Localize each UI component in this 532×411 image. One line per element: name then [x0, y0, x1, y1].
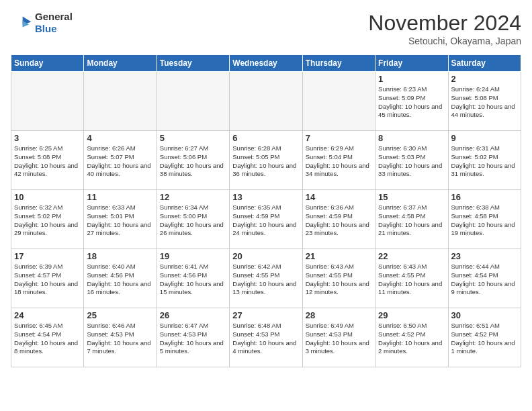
- day-number: 25: [87, 310, 153, 320]
- title-section: November 2024 Setouchi, Okayama, Japan: [368, 11, 521, 46]
- day-info: Sunrise: 6:40 AMSunset: 4:56 PMDaylight:…: [87, 263, 153, 297]
- day-cell: 3Sunrise: 6:25 AMSunset: 5:08 PMDaylight…: [11, 131, 84, 190]
- calendar-table: SundayMondayTuesdayWednesdayThursdayFrid…: [11, 54, 521, 367]
- day-info: Sunrise: 6:35 AMSunset: 4:59 PMDaylight:…: [232, 203, 299, 238]
- weekday-header-wednesday: Wednesday: [230, 55, 302, 72]
- week-row-4: 17Sunrise: 6:39 AMSunset: 4:57 PMDayligh…: [11, 249, 521, 308]
- logo-icon: [11, 12, 32, 34]
- day-cell: 8Sunrise: 6:30 AMSunset: 5:03 PMDaylight…: [375, 131, 448, 190]
- day-info: Sunrise: 6:23 AMSunset: 5:09 PMDaylight:…: [378, 85, 445, 120]
- day-cell: 20Sunrise: 6:42 AMSunset: 4:55 PMDayligh…: [230, 249, 302, 308]
- day-info: Sunrise: 6:45 AMSunset: 4:54 PMDaylight:…: [14, 322, 81, 356]
- day-number: 10: [14, 192, 81, 202]
- day-number: 22: [378, 251, 445, 261]
- day-info: Sunrise: 6:27 AMSunset: 5:06 PMDaylight:…: [160, 144, 226, 179]
- day-cell: 28Sunrise: 6:49 AMSunset: 4:53 PMDayligh…: [302, 308, 375, 367]
- day-cell: 15Sunrise: 6:37 AMSunset: 4:58 PMDayligh…: [375, 190, 448, 249]
- day-info: Sunrise: 6:34 AMSunset: 5:00 PMDaylight:…: [160, 203, 226, 238]
- day-info: Sunrise: 6:36 AMSunset: 4:59 PMDaylight:…: [306, 203, 372, 238]
- week-row-2: 3Sunrise: 6:25 AMSunset: 5:08 PMDaylight…: [11, 131, 521, 190]
- day-cell: 4Sunrise: 6:26 AMSunset: 5:07 PMDaylight…: [84, 131, 157, 190]
- day-number: 18: [87, 251, 153, 261]
- day-number: 13: [232, 192, 299, 202]
- day-number: 11: [87, 192, 153, 202]
- day-number: 28: [306, 310, 372, 320]
- day-cell: 6Sunrise: 6:28 AMSunset: 5:05 PMDaylight…: [230, 131, 302, 190]
- day-cell: 1Sunrise: 6:23 AMSunset: 5:09 PMDaylight…: [375, 72, 448, 131]
- week-row-5: 24Sunrise: 6:45 AMSunset: 4:54 PMDayligh…: [11, 308, 521, 367]
- day-info: Sunrise: 6:46 AMSunset: 4:53 PMDaylight:…: [87, 322, 153, 356]
- day-info: Sunrise: 6:42 AMSunset: 4:55 PMDaylight:…: [232, 263, 299, 297]
- day-info: Sunrise: 6:39 AMSunset: 4:57 PMDaylight:…: [14, 263, 81, 297]
- logo-text: General Blue: [35, 11, 73, 35]
- day-cell: 29Sunrise: 6:50 AMSunset: 4:52 PMDayligh…: [375, 308, 448, 367]
- day-cell: 11Sunrise: 6:33 AMSunset: 5:01 PMDayligh…: [84, 190, 157, 249]
- day-number: 7: [306, 133, 372, 143]
- day-info: Sunrise: 6:29 AMSunset: 5:04 PMDaylight:…: [306, 144, 372, 179]
- day-info: Sunrise: 6:31 AMSunset: 5:02 PMDaylight:…: [451, 144, 518, 179]
- page-header: General Blue November 2024 Setouchi, Oka…: [11, 11, 521, 46]
- day-cell: 13Sunrise: 6:35 AMSunset: 4:59 PMDayligh…: [230, 190, 302, 249]
- weekday-header-tuesday: Tuesday: [157, 55, 229, 72]
- day-info: Sunrise: 6:24 AMSunset: 5:08 PMDaylight:…: [451, 85, 518, 120]
- day-number: 4: [87, 133, 153, 143]
- day-number: 16: [451, 192, 518, 202]
- day-info: Sunrise: 6:47 AMSunset: 4:53 PMDaylight:…: [160, 322, 226, 356]
- day-info: Sunrise: 6:32 AMSunset: 5:02 PMDaylight:…: [14, 203, 81, 238]
- day-cell: [230, 72, 302, 131]
- day-cell: [11, 72, 84, 131]
- day-info: Sunrise: 6:37 AMSunset: 4:58 PMDaylight:…: [378, 203, 445, 238]
- day-number: 14: [306, 192, 372, 202]
- day-number: 23: [451, 251, 518, 261]
- day-info: Sunrise: 6:51 AMSunset: 4:52 PMDaylight:…: [451, 322, 518, 356]
- logo: General Blue: [11, 11, 73, 35]
- day-info: Sunrise: 6:41 AMSunset: 4:56 PMDaylight:…: [160, 263, 226, 297]
- logo-blue-text: Blue: [35, 23, 73, 35]
- day-number: 3: [14, 133, 81, 143]
- day-cell: [84, 72, 157, 131]
- weekday-header-friday: Friday: [375, 55, 448, 72]
- day-info: Sunrise: 6:49 AMSunset: 4:53 PMDaylight:…: [306, 322, 372, 356]
- day-cell: 5Sunrise: 6:27 AMSunset: 5:06 PMDaylight…: [157, 131, 229, 190]
- day-info: Sunrise: 6:38 AMSunset: 4:58 PMDaylight:…: [451, 203, 518, 238]
- day-cell: 24Sunrise: 6:45 AMSunset: 4:54 PMDayligh…: [11, 308, 84, 367]
- weekday-header-row: SundayMondayTuesdayWednesdayThursdayFrid…: [11, 55, 521, 72]
- weekday-header-monday: Monday: [84, 55, 157, 72]
- day-info: Sunrise: 6:44 AMSunset: 4:54 PMDaylight:…: [451, 263, 518, 297]
- day-number: 6: [232, 133, 299, 143]
- day-cell: 25Sunrise: 6:46 AMSunset: 4:53 PMDayligh…: [84, 308, 157, 367]
- day-number: 12: [160, 192, 226, 202]
- day-number: 1: [378, 74, 445, 84]
- location-subtitle: Setouchi, Okayama, Japan: [368, 36, 521, 46]
- day-info: Sunrise: 6:50 AMSunset: 4:52 PMDaylight:…: [378, 322, 445, 356]
- logo-general-text: General: [35, 11, 73, 23]
- day-number: 29: [378, 310, 445, 320]
- day-cell: 2Sunrise: 6:24 AMSunset: 5:08 PMDaylight…: [448, 72, 521, 131]
- day-cell: 26Sunrise: 6:47 AMSunset: 4:53 PMDayligh…: [157, 308, 229, 367]
- day-cell: 7Sunrise: 6:29 AMSunset: 5:04 PMDaylight…: [302, 131, 375, 190]
- day-number: 5: [160, 133, 226, 143]
- weekday-header-thursday: Thursday: [302, 55, 375, 72]
- day-cell: 16Sunrise: 6:38 AMSunset: 4:58 PMDayligh…: [448, 190, 521, 249]
- day-info: Sunrise: 6:43 AMSunset: 4:55 PMDaylight:…: [306, 263, 372, 297]
- day-info: Sunrise: 6:28 AMSunset: 5:05 PMDaylight:…: [232, 144, 299, 179]
- day-info: Sunrise: 6:30 AMSunset: 5:03 PMDaylight:…: [378, 144, 445, 179]
- day-number: 27: [232, 310, 299, 320]
- day-cell: 27Sunrise: 6:48 AMSunset: 4:53 PMDayligh…: [230, 308, 302, 367]
- day-number: 15: [378, 192, 445, 202]
- week-row-3: 10Sunrise: 6:32 AMSunset: 5:02 PMDayligh…: [11, 190, 521, 249]
- day-cell: 21Sunrise: 6:43 AMSunset: 4:55 PMDayligh…: [302, 249, 375, 308]
- day-cell: 10Sunrise: 6:32 AMSunset: 5:02 PMDayligh…: [11, 190, 84, 249]
- day-number: 8: [378, 133, 445, 143]
- day-cell: 14Sunrise: 6:36 AMSunset: 4:59 PMDayligh…: [302, 190, 375, 249]
- day-info: Sunrise: 6:25 AMSunset: 5:08 PMDaylight:…: [14, 144, 81, 179]
- day-number: 2: [451, 74, 518, 84]
- day-number: 26: [160, 310, 226, 320]
- day-number: 20: [232, 251, 299, 261]
- day-info: Sunrise: 6:43 AMSunset: 4:55 PMDaylight:…: [378, 263, 445, 297]
- day-cell: [157, 72, 229, 131]
- day-cell: 18Sunrise: 6:40 AMSunset: 4:56 PMDayligh…: [84, 249, 157, 308]
- weekday-header-sunday: Sunday: [11, 55, 84, 72]
- day-number: 19: [160, 251, 226, 261]
- week-row-1: 1Sunrise: 6:23 AMSunset: 5:09 PMDaylight…: [11, 72, 521, 131]
